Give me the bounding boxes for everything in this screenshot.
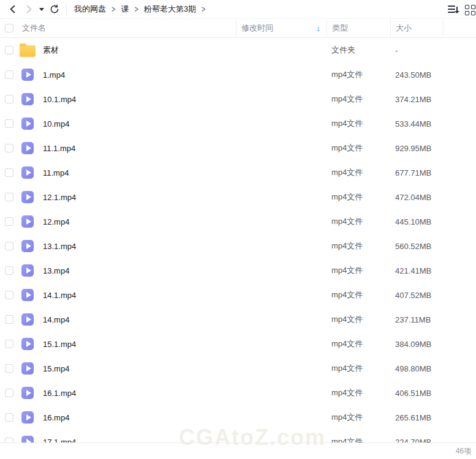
file-modified bbox=[236, 62, 327, 87]
row-checkbox[interactable] bbox=[5, 46, 13, 54]
file-name[interactable]: 10.1.mp4 bbox=[43, 95, 76, 104]
breadcrumb-item-current[interactable]: 粉帮老大第3期 bbox=[143, 4, 197, 15]
file-size: 384.09MB bbox=[390, 332, 443, 356]
file-name[interactable]: 15.mp4 bbox=[43, 364, 69, 373]
file-size: 929.95MB bbox=[390, 136, 443, 160]
file-size: 224.70MB bbox=[390, 430, 443, 442]
file-name[interactable]: 11.1.mp4 bbox=[43, 144, 75, 153]
file-type: mp4文件 bbox=[327, 111, 390, 136]
forward-button[interactable] bbox=[21, 1, 37, 17]
file-name[interactable]: 17.1.mp4 bbox=[43, 438, 76, 443]
file-extra bbox=[443, 38, 476, 62]
file-extra bbox=[443, 332, 476, 356]
file-name[interactable]: 12.mp4 bbox=[43, 217, 69, 226]
row-checkbox[interactable] bbox=[5, 340, 13, 348]
file-row[interactable]: 15.mp4 mp4文件 498.80MB bbox=[0, 356, 476, 381]
file-name[interactable]: 12.1.mp4 bbox=[43, 193, 76, 202]
file-row[interactable]: 10.1.mp4 mp4文件 374.21MB bbox=[0, 87, 476, 111]
file-row[interactable]: 11.mp4 mp4文件 677.71MB bbox=[0, 160, 476, 185]
file-row[interactable]: 14.1.mp4 mp4文件 407.52MB bbox=[0, 283, 476, 307]
breadcrumb-item-root[interactable]: 我的网盘 bbox=[73, 4, 107, 15]
file-row[interactable]: 12.1.mp4 mp4文件 472.04MB bbox=[0, 185, 476, 209]
file-row[interactable]: 17.1.mp4 mp4文件 224.70MB bbox=[0, 430, 476, 442]
header-column-type[interactable]: 类型 bbox=[327, 19, 390, 37]
file-name[interactable]: 15.1.mp4 bbox=[43, 340, 76, 349]
file-row[interactable]: 素材 文件夹 - bbox=[0, 38, 476, 62]
file-name[interactable]: 素材 bbox=[43, 45, 59, 56]
file-type: mp4文件 bbox=[327, 430, 390, 442]
header-column-extra bbox=[443, 19, 476, 37]
file-name[interactable]: 14.mp4 bbox=[43, 315, 69, 324]
sort-order-button[interactable] bbox=[448, 5, 460, 13]
file-name[interactable]: 13.1.mp4 bbox=[43, 242, 76, 251]
file-type: mp4文件 bbox=[327, 283, 390, 307]
file-modified bbox=[236, 430, 327, 442]
file-row[interactable]: 10.mp4 mp4文件 533.44MB bbox=[0, 111, 476, 136]
breadcrumb-separator-icon: > bbox=[111, 4, 115, 14]
column-label-modified: 修改时间 bbox=[241, 23, 273, 34]
header-column-modified[interactable]: 修改时间 ↓ bbox=[236, 19, 327, 37]
status-bar: 46项 bbox=[0, 442, 476, 459]
file-row[interactable]: 12.mp4 mp4文件 445.10MB bbox=[0, 209, 476, 234]
file-row[interactable]: 13.mp4 mp4文件 421.41MB bbox=[0, 258, 476, 283]
file-size: 407.52MB bbox=[390, 283, 443, 307]
file-size: - bbox=[390, 38, 443, 62]
video-file-icon bbox=[21, 362, 34, 375]
file-extra bbox=[443, 405, 476, 430]
file-row[interactable]: 16.1.mp4 mp4文件 406.51MB bbox=[0, 381, 476, 405]
column-label-type: 类型 bbox=[332, 23, 348, 34]
row-checkbox[interactable] bbox=[5, 242, 13, 250]
history-dropdown-button[interactable] bbox=[37, 1, 47, 17]
file-row[interactable]: 1.mp4 mp4文件 243.50MB bbox=[0, 62, 476, 87]
column-label-filename: 文件名 bbox=[22, 23, 46, 34]
video-file-icon bbox=[21, 118, 34, 130]
file-row[interactable]: 14.mp4 mp4文件 237.11MB bbox=[0, 307, 476, 332]
file-name[interactable]: 10.mp4 bbox=[43, 119, 69, 129]
file-name[interactable]: 16.1.mp4 bbox=[43, 389, 76, 398]
file-type: mp4文件 bbox=[327, 136, 390, 160]
file-row[interactable]: 11.1.mp4 mp4文件 929.95MB bbox=[0, 136, 476, 160]
file-name[interactable]: 14.1.mp4 bbox=[43, 291, 76, 300]
row-checkbox[interactable] bbox=[5, 413, 13, 422]
file-size: 421.41MB bbox=[390, 258, 443, 283]
row-checkbox[interactable] bbox=[5, 119, 13, 128]
breadcrumb-separator-icon: > bbox=[134, 4, 138, 14]
row-checkbox[interactable] bbox=[5, 193, 13, 201]
row-checkbox[interactable] bbox=[5, 364, 13, 373]
file-name[interactable]: 13.mp4 bbox=[43, 266, 69, 275]
file-size: 445.10MB bbox=[390, 209, 443, 234]
video-file-icon bbox=[21, 240, 34, 252]
file-modified bbox=[236, 38, 327, 62]
file-name[interactable]: 11.mp4 bbox=[43, 168, 69, 177]
file-size: 265.61MB bbox=[390, 405, 443, 430]
row-checkbox[interactable] bbox=[5, 217, 13, 226]
row-checkbox[interactable] bbox=[5, 70, 13, 79]
breadcrumb: 我的网盘 > 课 > 粉帮老大第3期 > bbox=[73, 4, 210, 15]
file-type: mp4文件 bbox=[327, 332, 390, 356]
row-checkbox[interactable] bbox=[5, 438, 13, 442]
video-file-icon bbox=[21, 264, 34, 277]
file-modified bbox=[236, 405, 327, 430]
file-extra bbox=[443, 111, 476, 136]
row-checkbox[interactable] bbox=[5, 291, 13, 299]
row-checkbox[interactable] bbox=[5, 315, 13, 324]
header-column-size[interactable]: 大小 bbox=[390, 19, 443, 37]
file-name[interactable]: 1.mp4 bbox=[43, 70, 65, 80]
row-checkbox[interactable] bbox=[5, 266, 13, 275]
refresh-button[interactable] bbox=[47, 1, 62, 17]
row-checkbox[interactable] bbox=[5, 168, 13, 177]
row-checkbox[interactable] bbox=[5, 144, 13, 152]
breadcrumb-separator-icon: > bbox=[202, 4, 205, 14]
back-button[interactable] bbox=[5, 1, 21, 17]
file-row[interactable]: 13.1.mp4 mp4文件 560.52MB bbox=[0, 234, 476, 258]
file-row[interactable]: 15.1.mp4 mp4文件 384.09MB bbox=[0, 332, 476, 356]
breadcrumb-item-course[interactable]: 课 bbox=[119, 4, 130, 15]
file-extra bbox=[443, 307, 476, 332]
file-size: 406.51MB bbox=[390, 381, 443, 405]
select-all-checkbox[interactable] bbox=[5, 24, 13, 32]
view-toggle-grid-button[interactable] bbox=[465, 5, 476, 15]
file-row[interactable]: 16.mp4 mp4文件 265.61MB bbox=[0, 405, 476, 430]
row-checkbox[interactable] bbox=[5, 95, 13, 103]
row-checkbox[interactable] bbox=[5, 389, 13, 397]
file-name[interactable]: 16.mp4 bbox=[43, 413, 69, 422]
